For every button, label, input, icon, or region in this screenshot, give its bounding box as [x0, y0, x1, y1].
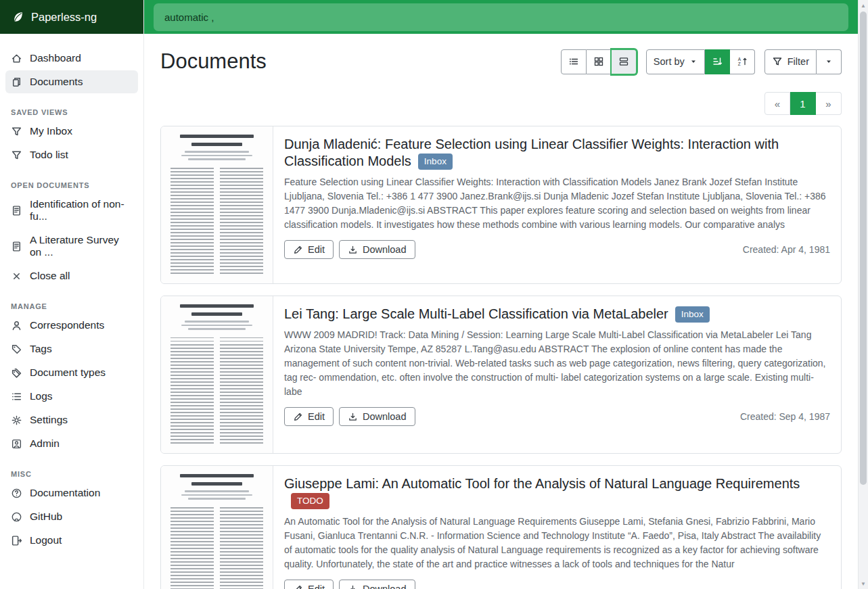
grid-view-icon	[593, 56, 604, 67]
scrollbar-thumb[interactable]	[860, 11, 867, 485]
app-window: Paperless-ng Dashboard Documents SAVED V…	[0, 0, 858, 589]
edit-button[interactable]: Edit	[284, 407, 334, 426]
sidebar-item-documentation[interactable]: Documentation	[5, 481, 138, 504]
sidebar-item-dashboard[interactable]: Dashboard	[5, 47, 138, 70]
cards-view-icon	[618, 56, 629, 67]
sidebar-item-label: Logs	[30, 390, 53, 402]
document-title: Lei Tang: Large Scale Multi-Label Classi…	[284, 306, 830, 323]
page-title: Documents	[160, 47, 267, 76]
download-button[interactable]: Download	[339, 240, 415, 259]
brand[interactable]: Paperless-ng	[0, 0, 143, 34]
sidebar-item-open-document-1[interactable]: Identification of non-fu...	[5, 193, 138, 228]
sort-descending-icon	[712, 56, 723, 67]
sidebar-item-open-document-2[interactable]: A Literature Survey on ...	[5, 229, 138, 264]
logout-door-icon	[11, 535, 22, 546]
grid-view-button[interactable]	[587, 49, 612, 74]
pagination: « 1 »	[764, 92, 842, 115]
download-label: Download	[363, 411, 407, 422]
download-button[interactable]: Download	[339, 407, 415, 426]
saved-view-filter-icon	[11, 126, 22, 137]
thumbnail-author-lines	[170, 151, 263, 160]
document-title-link[interactable]: Dunja Mladenić: Feature Selection using …	[284, 137, 779, 168]
pencil-icon	[293, 245, 303, 255]
sort-descending-button[interactable]	[705, 49, 730, 74]
toolbar: Sort by AZ Filter	[561, 49, 842, 74]
sidebar-item-label: Close all	[30, 270, 70, 282]
tag-badge-todo[interactable]: TODO	[291, 493, 329, 509]
sidebar-item-documents[interactable]: Documents	[5, 70, 138, 93]
documents-icon	[11, 76, 22, 88]
document-title-link[interactable]: Giuseppe Lami: An Automatic Tool for the…	[284, 476, 800, 491]
filter-button[interactable]: Filter	[764, 49, 817, 74]
pencil-icon	[293, 584, 303, 589]
section-title-misc: MISC	[11, 470, 133, 478]
sidebar-item-todo-list[interactable]: Todo list	[5, 143, 138, 166]
sort-alpha-button[interactable]: AZ	[730, 49, 755, 74]
saved-view-filter-icon	[11, 149, 22, 161]
search-input[interactable]	[154, 3, 848, 31]
sidebar-item-document-types[interactable]: Document types	[5, 361, 138, 384]
sidebar-item-label: A Literature Survey on ...	[30, 234, 133, 258]
sidebar-item-label: Logout	[30, 534, 62, 546]
cards-view-button[interactable]	[612, 49, 637, 74]
document-excerpt: Feature Selection using Linear Classifie…	[284, 175, 830, 232]
dashboard-icon	[11, 53, 22, 64]
sidebar-item-label: Settings	[30, 414, 68, 426]
sidebar-item-settings[interactable]: Settings	[5, 408, 138, 431]
sidebar-item-logout[interactable]: Logout	[5, 529, 138, 552]
edit-button[interactable]: Edit	[284, 240, 334, 259]
document-thumbnail[interactable]	[161, 466, 273, 589]
edit-button[interactable]: Edit	[284, 580, 334, 589]
thumbnail-text-columns	[170, 168, 263, 276]
tag-badge-inbox[interactable]: Inbox	[418, 154, 453, 170]
admin-person-badge-icon	[11, 438, 22, 450]
sidebar-item-tags[interactable]: Tags	[5, 337, 138, 360]
edit-label: Edit	[308, 411, 325, 422]
sidebar-item-close-all[interactable]: Close all	[5, 264, 138, 287]
sidebar-item-label: Documentation	[30, 487, 100, 499]
document-title-link[interactable]: Lei Tang: Large Scale Multi-Label Classi…	[284, 306, 668, 321]
document-card: Giuseppe Lami: An Automatic Tool for the…	[160, 465, 842, 589]
pagination-next[interactable]: »	[816, 92, 842, 115]
document-card: Lei Tang: Large Scale Multi-Label Classi…	[160, 296, 842, 454]
scrollbar-down-arrow[interactable]: ▼	[859, 578, 868, 589]
pagination-page-1[interactable]: 1	[790, 92, 816, 115]
sidebar-item-logs[interactable]: Logs	[5, 385, 138, 408]
section-title-open-documents: OPEN DOCUMENTS	[11, 181, 133, 189]
scrollbar-up-arrow[interactable]: ▲	[859, 0, 868, 11]
brand-name: Paperless-ng	[31, 11, 97, 24]
created-date: Created: Apr 4, 1981	[743, 244, 830, 255]
content: Documents	[144, 34, 858, 589]
sidebar-item-correspondents[interactable]: Correspondents	[5, 314, 138, 337]
download-button[interactable]: Download	[339, 580, 415, 589]
sidebar-item-github[interactable]: GitHub	[5, 505, 138, 528]
created-date: Created: Sep 4, 1987	[740, 411, 830, 422]
document-thumbnail[interactable]	[161, 296, 273, 453]
list-view-button[interactable]	[561, 49, 587, 74]
sidebar-item-admin[interactable]: Admin	[5, 432, 138, 455]
gear-icon	[11, 415, 22, 426]
thumbnail-title-lines	[180, 474, 254, 477]
svg-text:Z: Z	[738, 62, 741, 66]
filter-dropdown-button[interactable]	[817, 49, 842, 74]
filter-funnel-icon	[772, 56, 783, 67]
close-icon	[11, 270, 22, 282]
document-types-icon	[11, 367, 22, 379]
sidebar-item-label: Identification of non-fu...	[30, 198, 133, 222]
filter-group: Filter	[764, 49, 842, 74]
sidebar-item-label: Documents	[30, 76, 83, 88]
pagination-prev[interactable]: «	[764, 92, 790, 115]
download-icon	[348, 245, 358, 255]
thumbnail-text-columns	[170, 337, 263, 446]
thumbnail-author-lines	[170, 321, 263, 330]
list-view-icon	[568, 56, 579, 67]
download-label: Download	[363, 244, 407, 255]
sidebar-item-my-inbox[interactable]: My Inbox	[5, 120, 138, 143]
thumbnail-title-lines	[180, 304, 254, 308]
document-thumbnail[interactable]	[161, 126, 273, 283]
tag-badge-inbox[interactable]: Inbox	[675, 306, 710, 323]
sidebar-item-label: Document types	[30, 367, 106, 379]
sort-by-button[interactable]: Sort by	[646, 49, 705, 74]
svg-text:A: A	[738, 57, 741, 62]
download-label: Download	[363, 584, 407, 589]
